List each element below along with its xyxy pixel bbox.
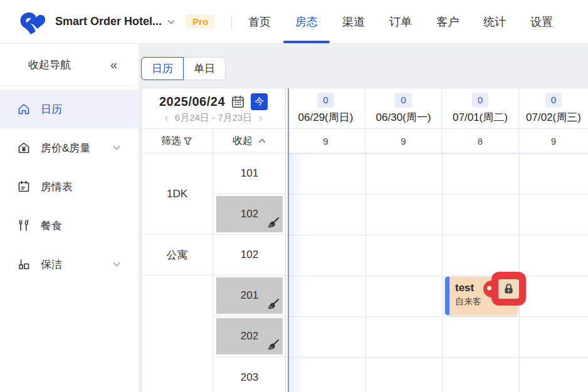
- room-number: 202: [241, 330, 258, 343]
- room-number: 203: [241, 371, 258, 384]
- room-type-1dk: 1DK: [142, 153, 213, 235]
- brand-logo-icon: [16, 8, 46, 36]
- collapse-rows-button[interactable]: 收起: [214, 129, 285, 153]
- sidebar-item-label: 房情表: [41, 180, 73, 194]
- room-row-201-dirty[interactable]: 201: [214, 276, 285, 316]
- filter-button[interactable]: 筛选: [142, 129, 213, 153]
- room-row-202-dirty[interactable]: 202: [214, 316, 285, 357]
- room-number: 102: [241, 208, 258, 220]
- sidebar-menu: 日历 房价&房量 房情表 餐食: [0, 86, 139, 284]
- meals-icon: [16, 218, 31, 233]
- room-row-101[interactable]: 101: [214, 153, 285, 194]
- first-column-tint: [289, 129, 305, 392]
- broom-icon: [265, 216, 280, 231]
- filter-label: 筛选: [161, 135, 181, 148]
- sidebar-item-label: 房价&房量: [41, 141, 90, 155]
- dirty-room-block: 202: [216, 318, 283, 354]
- day-date-label: 06/29(周日): [298, 110, 354, 125]
- view-start-indicator-line: [288, 88, 289, 392]
- day-header: 0 07/02(周三): [519, 88, 588, 129]
- tab-single-day[interactable]: 单日: [184, 57, 226, 80]
- sidebar-item-rates-inventory[interactable]: 房价&房量: [0, 128, 139, 167]
- day-header: 0 06/30(周一): [365, 88, 442, 129]
- day-order-count-badge[interactable]: 0: [317, 93, 333, 108]
- chevron-down-icon: [112, 261, 121, 267]
- available-count: 9: [519, 129, 588, 153]
- collapse-rows-label: 收起: [233, 135, 253, 148]
- tab-calendar[interactable]: 日历: [141, 57, 184, 80]
- pro-badge: Pro: [186, 14, 215, 29]
- nav-item-statistics[interactable]: 统计: [483, 0, 506, 43]
- nav-item-room-status[interactable]: 房态: [295, 0, 318, 43]
- next-range-arrow[interactable]: ›: [258, 112, 262, 123]
- nav-item-channels[interactable]: 渠道: [342, 0, 365, 43]
- availability-count-row: 9 9 8 9: [286, 129, 588, 153]
- dirty-room-block: 201: [216, 277, 283, 314]
- sidebar-item-label: 保洁: [41, 257, 62, 272]
- room-type-unlabeled: [142, 276, 213, 392]
- day-order-count-badge[interactable]: 0: [395, 93, 411, 108]
- day-header: 0 07/01(周二): [442, 88, 519, 129]
- hotel-name: Smart Order Hotel...: [55, 15, 162, 28]
- available-count: 9: [286, 129, 365, 153]
- nav-item-orders[interactable]: 订单: [389, 0, 412, 43]
- lock-button[interactable]: [491, 272, 526, 306]
- chevron-up-icon: [258, 138, 266, 144]
- day-header: 0 06/29(周日): [286, 88, 365, 129]
- room-number: 101: [241, 167, 258, 180]
- room-row-102b[interactable]: 102: [214, 235, 285, 276]
- hotel-selector[interactable]: Smart Order Hotel...: [55, 15, 176, 28]
- available-count: 8: [442, 129, 519, 153]
- today-button[interactable]: 今: [251, 93, 268, 110]
- day-date-label: 06/30(周一): [376, 110, 431, 125]
- current-date: 2025/06/24: [159, 95, 225, 109]
- chevron-down-icon: [112, 145, 121, 151]
- broom-icon: [265, 297, 280, 312]
- navbar-divider: [231, 14, 232, 29]
- prev-range-arrow[interactable]: ‹: [165, 112, 169, 123]
- room-row-102-dirty[interactable]: 102: [214, 194, 285, 235]
- room-number: 201: [241, 289, 258, 302]
- fixed-left-panel: 2025/06/24 今 ‹ 6月24日 - 7月23日 › 筛选 收起: [142, 88, 286, 392]
- main-nav: 首页 房态 渠道 订单 客户 统计 设置: [248, 0, 553, 43]
- room-type-apartment: 公寓: [142, 235, 213, 276]
- nav-item-customers[interactable]: 客户: [436, 0, 459, 43]
- day-date-label: 07/01(周二): [453, 110, 508, 125]
- view-mode-tabs: 日历 单日: [141, 57, 226, 80]
- room-row-203[interactable]: 203: [214, 357, 285, 392]
- date-range-label: 6月24日 - 7月23日: [175, 112, 252, 124]
- nav-item-settings[interactable]: 设置: [530, 0, 553, 43]
- sidebar-item-room-report[interactable]: 房情表: [0, 167, 139, 206]
- sidebar-item-meals[interactable]: 餐食: [0, 206, 139, 245]
- double-chevron-left-icon: «: [110, 58, 117, 72]
- booking-grid[interactable]: [286, 153, 588, 392]
- home-icon: [16, 101, 31, 116]
- lock-icon: [498, 279, 519, 299]
- sidebar-item-housekeeping[interactable]: 保洁: [0, 245, 139, 284]
- available-count: 9: [365, 129, 442, 153]
- funnel-icon: [182, 136, 193, 147]
- sidebar-item-label: 日历: [41, 102, 62, 116]
- hotel-pms-app: Smart Order Hotel... Pro 首页 房态 渠道 订单 客户 …: [0, 0, 588, 392]
- day-order-count-badge[interactable]: 0: [472, 93, 488, 108]
- day-date-label: 07/02(周三): [526, 110, 581, 125]
- house-price-icon: [16, 140, 31, 155]
- sidebar: 收起导航 « 日历 房价&房量: [0, 44, 139, 392]
- sidebar-item-calendar[interactable]: 日历: [0, 90, 139, 128]
- sidebar-item-label: 餐食: [41, 219, 62, 233]
- chevron-down-icon: [167, 19, 176, 25]
- nav-item-home[interactable]: 首页: [248, 0, 271, 43]
- room-number: 102: [241, 249, 258, 261]
- day-header-row: 0 06/29(周日) 0 06/30(周一) 0 07/01(周二) 0 07…: [286, 88, 588, 129]
- calendar-icon[interactable]: [231, 95, 245, 109]
- broom-icon: [265, 338, 280, 353]
- sidebar-collapse-button[interactable]: 收起导航 «: [0, 44, 139, 86]
- room-sheet-icon: [16, 179, 31, 194]
- dirty-room-block: 102: [216, 196, 283, 232]
- sidebar-collapse-label: 收起导航: [28, 58, 71, 72]
- cleaning-icon: [16, 257, 31, 272]
- date-picker[interactable]: 2025/06/24 今 ‹ 6月24日 - 7月23日 ›: [142, 88, 285, 129]
- room-calendar-board: 2025/06/24 今 ‹ 6月24日 - 7月23日 › 筛选 收起: [141, 88, 588, 392]
- top-navbar: Smart Order Hotel... Pro 首页 房态 渠道 订单 客户 …: [0, 0, 588, 44]
- day-order-count-badge[interactable]: 0: [545, 93, 562, 108]
